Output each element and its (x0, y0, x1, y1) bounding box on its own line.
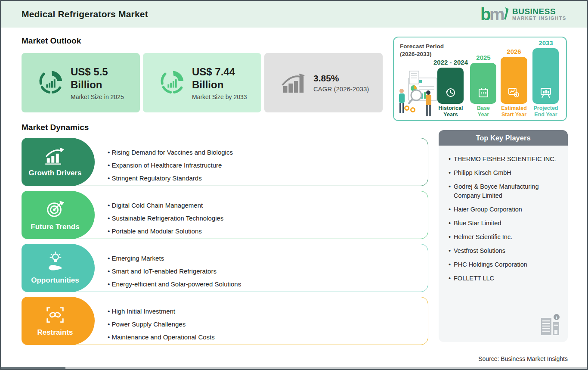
cagr-card: 3.85% CAGR (2026-2033) (264, 53, 383, 112)
growth-drivers-bullets: Rising Demand for Vaccines and Biologics… (108, 146, 233, 185)
key-player-item: Helmer Scientific Inc. (449, 233, 562, 242)
key-player-item: PHC Holdings Corporation (449, 260, 562, 269)
svg-text:m: m (489, 5, 505, 24)
future-trends-badge: Future Trends (22, 191, 95, 239)
building-icon: i (540, 314, 560, 336)
estimated-start-year-bar (501, 57, 527, 104)
bullet-item: Rising Demand for Vaccines and Biologics (108, 146, 233, 159)
key-players-list: THERMO FISHER SCIENTIFIC INC. Philipp Ki… (449, 155, 562, 283)
target-icon (45, 199, 65, 219)
projected-end-year: 2033 (518, 39, 574, 47)
donut-chart-icon (159, 68, 186, 95)
growth-drivers-title: Growth Drivers (29, 169, 82, 177)
future-trends-title: Future Trends (31, 223, 79, 231)
projection-board-icon (540, 87, 552, 98)
market-size-label: Market Size by 2033 (192, 93, 247, 100)
projected-end-year-label: ProjectedEnd Year (526, 105, 565, 118)
restraints-title: Restraints (37, 328, 73, 337)
logo-business-text: BUSINESS (512, 7, 566, 16)
key-player-item: Vestfrost Solutions (449, 246, 562, 255)
page-title: Medical Refrigerators Market (22, 9, 148, 19)
market-size-2025-card: US$ 5.5 Billion Market Size in 2025 (22, 53, 140, 112)
history-clock-icon (445, 87, 456, 98)
market-size-value: US$ 7.44 Billion (192, 65, 247, 91)
stat-cards: US$ 5.5 Billion Market Size in 2025 (22, 53, 383, 112)
restraints-badge: Restraints (22, 297, 95, 345)
projected-end-year-bar (532, 48, 559, 104)
bullet-item: Emerging Markets (108, 252, 241, 265)
bullet-item: Expansion of Healthcare Infrastructure (108, 159, 233, 172)
market-size-2033-card: US$ 7.44 Billion Market Size by 2033 (143, 53, 261, 112)
opportunities-badge: Opportunities (22, 244, 95, 292)
growth-bars-icon (43, 147, 67, 165)
infographic-page: Medical Refrigerators Market b m BUSINES… (0, 0, 588, 370)
base-year-bar (470, 63, 496, 104)
analysts-illustration (396, 68, 439, 118)
company-logo: b m BUSINESS MARKET INSIGHTS (480, 5, 566, 24)
top-key-players-body: THERMO FISHER SCIENTIFIC INC. Philipp Ki… (439, 146, 568, 342)
cagr-label: CAGR (2026-2033) (313, 85, 369, 93)
bullet-item: Smart and IoT-enabled Refrigerators (108, 265, 241, 278)
opportunities-row: Opportunities Emerging Markets Smart and… (22, 244, 428, 292)
market-dynamics-heading: Market Dynamics (22, 123, 89, 132)
opportunities-title: Opportunities (31, 276, 79, 285)
svg-text:i: i (556, 314, 557, 320)
header-bar: Medical Refrigerators Market b m BUSINES… (1, 1, 587, 28)
logo-market-insights-text: MARKET INSIGHTS (512, 16, 566, 21)
market-size-value: US$ 5.5 Billion (71, 65, 124, 91)
market-outlook-heading: Market Outlook (22, 36, 81, 46)
bullet-item: Digital Cold Chain Management (108, 199, 223, 212)
restraints-row: Restraints High Initial Investment Power… (22, 297, 428, 345)
future-trends-bullets: Digital Cold Chain Management Sustainabl… (108, 199, 223, 238)
donut-chart-icon (38, 68, 65, 95)
bullet-item: Energy-efficient and Solar-powered Solut… (108, 278, 241, 291)
key-player-item: Haier Group Corporation (449, 205, 562, 214)
source-attribution: Source: Business Market Insights (439, 355, 568, 362)
growth-drivers-row: Growth Drivers Rising Demand for Vaccine… (22, 138, 428, 186)
top-key-players-heading: Top Key Players (439, 130, 568, 146)
estimate-gauge-icon (508, 87, 520, 98)
bullet-item: High Initial Investment (108, 305, 215, 318)
bullet-item: Sustainable Refrigeration Technologies (108, 212, 223, 225)
bullet-item: Portable and Modular Solutions (108, 225, 223, 238)
forecast-period-title: Forecast Period (2026-2033) (400, 43, 444, 58)
forecast-period-panel: Forecast Period (2026-2033) 2022 - 2024 … (393, 37, 567, 121)
top-key-players-panel: Top Key Players THERMO FISHER SCIENTIFIC… (439, 130, 568, 342)
horizontal-scrollbar-track[interactable] (1, 367, 587, 369)
key-player-item: Godrej & Boyce Manufacturing Company Lim… (449, 182, 562, 200)
bullet-item: Stringent Regulatory Standards (108, 172, 233, 185)
bullet-item: Power Supply Challenges (108, 318, 215, 331)
key-player-item: Philipp Kirsch GmbH (449, 168, 562, 177)
bulb-hand-icon (45, 252, 65, 272)
bmi-logo-icon: b m (480, 5, 509, 24)
growth-drivers-badge: Growth Drivers (22, 138, 95, 186)
key-player-item: Blue Star Limited (449, 219, 562, 228)
restraints-bullets: High Initial Investment Power Supply Cha… (108, 305, 215, 344)
historical-years-bar (437, 68, 464, 104)
opportunities-bullets: Emerging Markets Smart and IoT-enabled R… (108, 252, 241, 291)
market-size-label: Market Size in 2025 (71, 93, 124, 100)
future-trends-row: Future Trends Digital Cold Chain Managem… (22, 191, 428, 239)
bullet-item: Maintenance and Operational Costs (108, 331, 215, 344)
chain-icon (46, 305, 65, 324)
calendar-icon (478, 87, 489, 98)
key-player-item: THERMO FISHER SCIENTIFIC INC. (449, 155, 562, 164)
growth-chart-icon (281, 70, 307, 94)
cagr-value: 3.85% (313, 73, 369, 84)
horizontal-scrollbar-thumb[interactable] (1, 367, 65, 369)
key-player-item: FOLLETT LLC (449, 274, 562, 283)
